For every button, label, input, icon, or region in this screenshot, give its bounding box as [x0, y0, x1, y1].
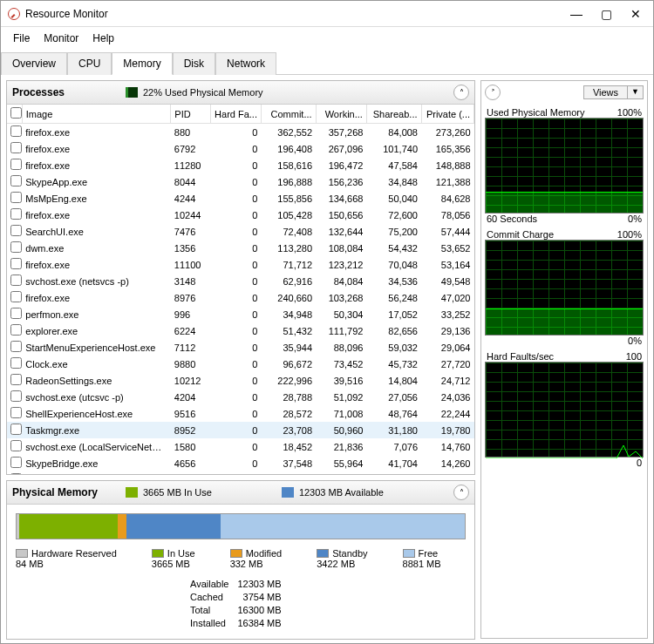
tab-network[interactable]: Network	[215, 52, 276, 75]
row-checkbox[interactable]	[10, 440, 22, 451]
row-checkbox[interactable]	[10, 159, 22, 170]
cell-commit: 71,712	[261, 256, 316, 273]
row-checkbox[interactable]	[10, 457, 22, 468]
views-button[interactable]: Views	[583, 85, 628, 99]
cell-working: 156,236	[316, 173, 366, 190]
table-row[interactable]: MsMpEng.exe42440155,856134,66850,04084,6…	[7, 190, 474, 207]
row-checkbox[interactable]	[10, 175, 22, 186]
row-checkbox[interactable]	[10, 125, 22, 137]
cell-commit: 96,672	[261, 356, 316, 372]
cell-hardfaults: 0	[210, 322, 261, 339]
row-checkbox[interactable]	[10, 424, 22, 435]
tab-cpu[interactable]: CPU	[67, 52, 112, 75]
cell-image: SearchUI.exe	[22, 223, 171, 240]
table-row[interactable]: svchost.exe (utcsvc -p)4204028,78851,092…	[7, 389, 474, 405]
table-row[interactable]: svchost.exe (LocalServiceNetwo...1580018…	[7, 438, 474, 455]
table-row[interactable]: firefox.exe11100071,712123,21270,04853,1…	[7, 256, 474, 273]
cell-shareable: 0	[366, 471, 421, 474]
cell-commit: 105,428	[261, 207, 316, 223]
collapse-charts-button[interactable]: ˃	[485, 85, 501, 100]
table-row[interactable]: Taskmgr.exe8952023,70850,96031,18019,780	[7, 422, 474, 438]
row-checkbox[interactable]	[10, 341, 22, 352]
cell-shareable: 54,432	[366, 240, 421, 256]
cell-private: 84,628	[421, 190, 474, 207]
table-row[interactable]: Clock.exe9880096,67273,45245,73227,720	[7, 356, 474, 372]
close-button[interactable]: ✕	[629, 7, 643, 21]
cell-shareable: 45,732	[366, 356, 421, 372]
app-icon	[8, 8, 20, 20]
cell-shareable: 101,740	[366, 140, 421, 157]
membar-in-use	[19, 514, 118, 539]
tab-overview[interactable]: Overview	[1, 52, 67, 75]
row-checkbox[interactable]	[10, 142, 22, 153]
views-dropdown[interactable]: ▼	[628, 85, 644, 99]
cell-private: 29,136	[421, 322, 474, 339]
table-row[interactable]: firefox.exe89760240,660103,26856,24847,0…	[7, 289, 474, 306]
tab-disk[interactable]: Disk	[173, 52, 215, 75]
column-pid[interactable]: PID	[171, 105, 210, 124]
menu-file[interactable]: File	[6, 29, 37, 48]
cell-image: Taskmgr.exe	[22, 422, 171, 438]
row-checkbox[interactable]	[10, 208, 22, 220]
table-row[interactable]: perfmon.exe996034,94850,30417,05233,252	[7, 306, 474, 322]
table-row[interactable]: SkypeBridge.exe4656037,54855,96441,70414…	[7, 455, 474, 471]
table-row[interactable]: RadeonSettings.exe102120222,99639,51614,…	[7, 372, 474, 389]
tab-memory[interactable]: Memory	[112, 52, 172, 75]
memory-stats: Available Cached Total Installed 12303 M…	[190, 578, 466, 630]
row-checkbox[interactable]	[10, 308, 22, 319]
processes-table-scroll[interactable]: Image PID Hard Fa... Commit... Workin...…	[7, 105, 474, 474]
cell-private: 19,780	[421, 422, 474, 438]
memory-usage-text: 22% Used Physical Memory	[143, 87, 263, 98]
column-private[interactable]: Private (...	[421, 105, 474, 124]
column-hardfaults[interactable]: Hard Fa...	[210, 105, 261, 124]
table-row[interactable]: ShellExperienceHost.exe9516028,57271,008…	[7, 405, 474, 422]
column-commit[interactable]: Commit...	[261, 105, 316, 124]
table-row[interactable]: dwm.exe13560113,280108,08454,43253,652	[7, 240, 474, 256]
cell-commit: 72,408	[261, 223, 316, 240]
table-row[interactable]: SearchUI.exe7476072,408132,64475,20057,4…	[7, 223, 474, 240]
row-checkbox[interactable]	[10, 225, 22, 236]
cell-private: 29,064	[421, 339, 474, 356]
row-checkbox[interactable]	[10, 275, 22, 286]
table-row[interactable]: StartMenuExperienceHost.exe7112035,94488…	[7, 339, 474, 356]
row-checkbox[interactable]	[10, 258, 22, 269]
row-checkbox[interactable]	[10, 374, 22, 385]
collapse-physical-memory-button[interactable]: ˄	[453, 485, 469, 500]
row-checkbox[interactable]	[10, 473, 22, 474]
table-row[interactable]: firefox.exe67920196,408267,096101,740165…	[7, 140, 474, 157]
row-checkbox[interactable]	[10, 291, 22, 302]
column-working[interactable]: Workin...	[316, 105, 366, 124]
table-row[interactable]: explorer.exe6224051,432111,79282,65629,1…	[7, 322, 474, 339]
cell-image: Clock.exe	[22, 356, 171, 372]
column-checkbox[interactable]	[7, 105, 22, 124]
row-checkbox[interactable]	[10, 390, 22, 402]
cell-working: 50,960	[316, 422, 366, 438]
minimize-button[interactable]: —	[569, 7, 583, 21]
maximize-button[interactable]: ▢	[599, 7, 613, 21]
table-row[interactable]: svchost.exe (netsvcs -p)3148062,91684,08…	[7, 273, 474, 289]
table-row[interactable]: firefox.exe102440105,428150,65672,60078,…	[7, 207, 474, 223]
cell-pid: 6792	[171, 140, 210, 157]
menu-help[interactable]: Help	[85, 29, 121, 48]
table-row[interactable]: Memory Compression2264011214,092014,092	[7, 471, 474, 474]
cell-commit: 158,616	[261, 157, 316, 173]
cell-hardfaults: 0	[210, 405, 261, 422]
cell-shareable: 47,584	[366, 157, 421, 173]
menu-monitor[interactable]: Monitor	[37, 29, 85, 48]
row-checkbox[interactable]	[10, 324, 22, 336]
table-row[interactable]: firefox.exe112800158,616196,47247,584148…	[7, 157, 474, 173]
processes-panel: Processes 22% Used Physical Memory ˄ Ima…	[6, 80, 475, 475]
table-row[interactable]: firefox.exe8800362,552357,26884,008273,2…	[7, 124, 474, 141]
row-checkbox[interactable]	[10, 357, 22, 369]
row-checkbox[interactable]	[10, 241, 22, 253]
cell-private: 33,252	[421, 306, 474, 322]
row-checkbox[interactable]	[10, 192, 22, 203]
cell-commit: 51,432	[261, 322, 316, 339]
table-row[interactable]: SkypeApp.exe80440196,888156,23634,848121…	[7, 173, 474, 190]
column-image[interactable]: Image	[22, 105, 171, 124]
cell-shareable: 84,008	[366, 124, 421, 141]
collapse-processes-button[interactable]: ˄	[453, 85, 469, 100]
membar-standby	[126, 514, 221, 539]
column-shareable[interactable]: Shareab...	[366, 105, 421, 124]
row-checkbox[interactable]	[10, 407, 22, 418]
